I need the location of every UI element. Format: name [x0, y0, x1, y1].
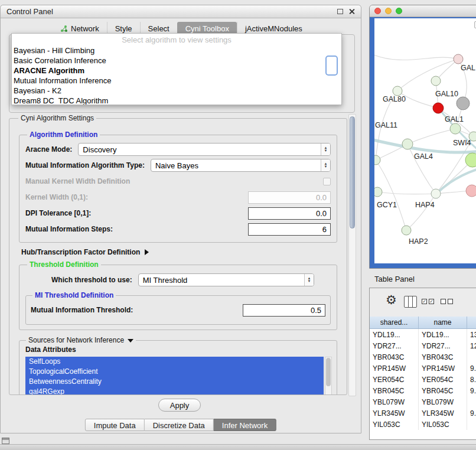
network-node[interactable]: [402, 226, 411, 235]
which-threshold-combobox[interactable]: MI Threshold ▲▼: [138, 273, 314, 286]
collapse-down-icon[interactable]: [128, 339, 133, 343]
apply-button[interactable]: Apply: [158, 399, 201, 412]
network-node[interactable]: [431, 189, 441, 198]
table-cell: YER054C: [419, 374, 467, 385]
network-edge: [377, 192, 436, 194]
network-graph[interactable]: GALGAL80GAL10GAL11GAL1SWI4GAL4GCY1HAP4HA…: [374, 18, 476, 263]
network-window-titlebar[interactable]: [370, 5, 476, 17]
network-node[interactable]: [457, 97, 470, 110]
table-cell: YBL079W: [370, 396, 419, 407]
attribute-item-selfloops[interactable]: SelfLoops: [25, 357, 324, 367]
column-header-name[interactable]: name: [419, 317, 467, 328]
combobox-focus-button[interactable]: [325, 56, 338, 76]
network-edge: [407, 129, 455, 144]
float-panel-icon[interactable]: [337, 9, 343, 14]
table-row[interactable]: YBR043CYBR043C: [370, 351, 476, 363]
stepper-icon[interactable]: ▲▼: [321, 159, 330, 171]
table-cell: YLR345W: [370, 407, 419, 419]
minimize-window-icon[interactable]: [385, 8, 392, 14]
manual-kernel-checkbox[interactable]: [323, 178, 331, 185]
settings-scrollbar[interactable]: [348, 114, 356, 396]
aracne-mode-combobox[interactable]: Discovery ▲▼: [78, 143, 331, 156]
mi-threshold-row: Mutual Information Threshold:: [31, 304, 325, 317]
columns-icon[interactable]: [404, 296, 417, 308]
network-node[interactable]: [402, 139, 413, 149]
kernel-width-input[interactable]: [248, 191, 331, 204]
sources-group-title[interactable]: Sources for Network Inference: [26, 336, 136, 344]
table-cell: 9.: [467, 385, 476, 396]
network-node[interactable]: [393, 86, 402, 96]
tab-impute-data[interactable]: Impute Data: [85, 419, 145, 431]
table-row[interactable]: YBL079WYBL079W: [370, 396, 476, 407]
attribute-item-topologicalcoefficient[interactable]: TopologicalCoefficient: [25, 367, 324, 377]
network-node[interactable]: [454, 54, 463, 64]
table-row[interactable]: YBR045CYBR045C9.: [370, 385, 476, 396]
table-row[interactable]: YDL19...YDL19...13: [370, 329, 476, 340]
dpi-tolerance-input[interactable]: [248, 207, 331, 220]
algorithm-option-dream8-dc-tdc-algorithm[interactable]: Dream8 DC_TDC Algorithm: [12, 96, 341, 105]
deselect-all-columns-icon[interactable]: [441, 299, 453, 304]
column-header-extra[interactable]: [467, 317, 476, 328]
algorithm-option-bayesian-hill-climbing[interactable]: Bayesian - Hill Climbing: [12, 45, 341, 56]
data-attributes-list[interactable]: SelfLoopsTopologicalCoefficientBetweenne…: [25, 357, 332, 395]
zoom-window-icon[interactable]: [396, 8, 402, 14]
attribute-item-gal4rgexp[interactable]: gal4RGexp: [25, 387, 324, 395]
control-panel-window: Control Panel NetworkStyleSelectCyni Too…: [0, 5, 361, 433]
table-cell: YPR145W: [370, 363, 419, 374]
column-header-shared[interactable]: shared...: [370, 317, 419, 328]
stepper-icon[interactable]: ▲▼: [304, 274, 314, 286]
tab-infer-network[interactable]: Infer Network: [214, 419, 276, 431]
algorithm-option-basic-correlation-inference[interactable]: Basic Correlation Inference: [12, 56, 341, 66]
tab-discretize-data[interactable]: Discretize Data: [145, 419, 214, 431]
hub-definition-label: Hub/Transcription Factor Definition: [21, 248, 140, 256]
close-panel-icon[interactable]: [348, 8, 355, 15]
dock-panel-icon[interactable]: [2, 438, 9, 444]
close-window-icon[interactable]: [374, 8, 381, 14]
network-node[interactable]: [374, 155, 380, 165]
table-row[interactable]: YER054CYER054C8.: [370, 374, 476, 385]
algorithm-option-aracne-algorithm[interactable]: ARACNE Algorithm: [12, 66, 341, 76]
table-cell: YPR145W: [419, 363, 467, 374]
list-scrollbar-thumb[interactable]: [326, 358, 331, 386]
gear-icon[interactable]: ⚙: [386, 294, 397, 306]
mi-type-combobox[interactable]: Naive Bayes ▲▼: [151, 159, 331, 172]
network-canvas[interactable]: GALGAL80GAL10GAL11GAL1SWI4GAL4GCY1HAP4HA…: [374, 18, 476, 263]
mi-steps-input[interactable]: [248, 223, 331, 236]
network-icon: [60, 25, 68, 32]
algorithm-option-mutual-information-inference[interactable]: Mutual Information Inference: [12, 76, 341, 86]
network-node-label: GAL4: [414, 152, 433, 161]
table-row[interactable]: YPR145WYPR145W9.: [370, 363, 476, 374]
settings-scrollbar-thumb[interactable]: [350, 116, 355, 229]
network-node[interactable]: [374, 187, 382, 197]
table-header: shared...name: [370, 317, 476, 329]
network-node[interactable]: [431, 76, 441, 86]
network-node-label: GAL: [461, 64, 475, 72]
table-cell: [467, 419, 476, 430]
hub-definition-section[interactable]: Hub/Transcription Factor Definition: [21, 248, 341, 256]
select-all-columns-icon[interactable]: ✓✓: [422, 299, 434, 304]
table-row[interactable]: YDR27...YDR27...12: [370, 340, 476, 351]
network-node[interactable]: [466, 185, 476, 197]
which-threshold-row: Which threshold to use: MI Threshold ▲▼: [51, 273, 314, 286]
algorithm-option-bayesian-k2[interactable]: Bayesian - K2: [12, 86, 341, 96]
mi-steps-label: Mutual Information Steps:: [25, 225, 113, 233]
expand-right-icon[interactable]: [145, 249, 149, 255]
mi-threshold-input[interactable]: [243, 304, 325, 317]
mi-type-label: Mutual Information Algorithm Type:: [25, 161, 145, 169]
table-cell: YBR043C: [370, 351, 419, 363]
dropdown-placeholder: Select algorithm to view settings: [12, 34, 341, 44]
kernel-width-label: Kernel Width (0,1):: [25, 193, 88, 201]
attribute-item-betweennesscentrality[interactable]: BetweennessCentrality: [25, 377, 324, 387]
network-edge: [374, 54, 458, 60]
table-cell: 9.: [467, 407, 476, 419]
list-scrollbar[interactable]: [325, 357, 332, 395]
node-table: shared...name YDL19...YDL19...13YDR27...…: [370, 317, 476, 439]
network-node[interactable]: [433, 103, 444, 113]
table-row[interactable]: YIL053CYIL053C: [370, 419, 476, 430]
table-cell: YDR27...: [370, 340, 419, 351]
stepper-icon[interactable]: ▲▼: [321, 144, 330, 155]
dpi-tolerance-row: DPI Tolerance [0,1]:: [25, 207, 331, 220]
network-node[interactable]: [450, 123, 461, 134]
table-row[interactable]: YLR345WYLR345W9.: [370, 407, 476, 419]
table-toolbar: ⚙ ✓✓: [370, 288, 476, 317]
